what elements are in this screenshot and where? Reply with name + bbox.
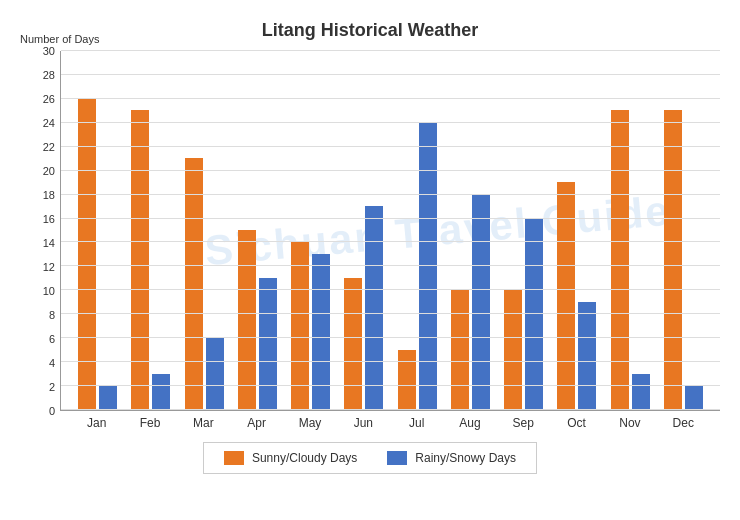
x-label-apr: Apr xyxy=(230,411,283,430)
bar-rainy xyxy=(259,278,277,410)
grid-line xyxy=(61,218,720,219)
month-group xyxy=(337,206,390,410)
grid-line xyxy=(61,289,720,290)
grid-line xyxy=(61,98,720,99)
legend-rainy-label: Rainy/Snowy Days xyxy=(415,451,516,465)
month-group xyxy=(231,230,284,410)
grid-line xyxy=(61,409,720,410)
y-axis: Number of Days 0246810121416182022242628… xyxy=(20,51,60,411)
x-label-aug: Aug xyxy=(443,411,496,430)
y-tick-label: 4 xyxy=(49,357,55,369)
x-label-jul: Jul xyxy=(390,411,443,430)
legend: Sunny/Cloudy Days Rainy/Snowy Days xyxy=(203,442,537,474)
bar-sunny xyxy=(611,110,629,410)
legend-rainy-box xyxy=(387,451,407,465)
bar-rainy xyxy=(472,194,490,410)
bar-sunny xyxy=(131,110,149,410)
x-label-feb: Feb xyxy=(123,411,176,430)
month-group xyxy=(550,182,603,410)
grid-line xyxy=(61,122,720,123)
plot-area: Sichuan Travel Guide xyxy=(60,51,720,411)
y-tick-label: 12 xyxy=(43,261,55,273)
grid-line xyxy=(61,170,720,171)
grid-line xyxy=(61,50,720,51)
bar-rainy xyxy=(206,338,224,410)
chart-container: Litang Historical Weather Number of Days… xyxy=(0,0,740,520)
bar-sunny xyxy=(398,350,416,410)
bar-sunny xyxy=(504,290,522,410)
bar-rainy xyxy=(578,302,596,410)
y-axis-label: Number of Days xyxy=(20,33,99,45)
grid-line xyxy=(61,74,720,75)
bar-sunny xyxy=(185,158,203,410)
month-group xyxy=(604,110,657,410)
y-tick-label: 8 xyxy=(49,309,55,321)
legend-rainy: Rainy/Snowy Days xyxy=(387,451,516,465)
grid-line xyxy=(61,313,720,314)
x-label-jun: Jun xyxy=(337,411,390,430)
bar-sunny xyxy=(344,278,362,410)
bar-rainy xyxy=(685,386,703,410)
bar-rainy xyxy=(99,386,117,410)
bars-wrapper xyxy=(61,51,720,410)
y-ticks: 024681012141618202224262830 xyxy=(20,51,60,411)
month-group xyxy=(444,194,497,410)
month-group xyxy=(178,158,231,410)
y-tick-label: 0 xyxy=(49,405,55,417)
x-label-mar: Mar xyxy=(177,411,230,430)
y-tick-label: 10 xyxy=(43,285,55,297)
x-label-may: May xyxy=(283,411,336,430)
bar-sunny xyxy=(238,230,256,410)
y-tick-label: 2 xyxy=(49,381,55,393)
x-label-nov: Nov xyxy=(603,411,656,430)
x-label-jan: Jan xyxy=(70,411,123,430)
y-tick-label: 26 xyxy=(43,93,55,105)
x-label-oct: Oct xyxy=(550,411,603,430)
bar-rainy xyxy=(365,206,383,410)
bar-rainy xyxy=(632,374,650,410)
y-tick-label: 30 xyxy=(43,45,55,57)
grid-line xyxy=(61,385,720,386)
x-labels: JanFebMarAprMayJunJulAugSepOctNovDec xyxy=(60,411,720,430)
month-group xyxy=(657,110,710,410)
legend-sunny-box xyxy=(224,451,244,465)
y-tick-label: 28 xyxy=(43,69,55,81)
grid-line xyxy=(61,241,720,242)
x-label-dec: Dec xyxy=(657,411,710,430)
chart-area: Number of Days 0246810121416182022242628… xyxy=(20,51,720,411)
y-tick-label: 24 xyxy=(43,117,55,129)
bar-sunny xyxy=(557,182,575,410)
y-tick-label: 20 xyxy=(43,165,55,177)
grid-line xyxy=(61,146,720,147)
bar-rainy xyxy=(312,254,330,410)
bar-rainy xyxy=(152,374,170,410)
y-tick-label: 14 xyxy=(43,237,55,249)
legend-sunny: Sunny/Cloudy Days xyxy=(224,451,357,465)
grid-line xyxy=(61,265,720,266)
grid-line xyxy=(61,337,720,338)
bar-sunny xyxy=(664,110,682,410)
grid-line xyxy=(61,361,720,362)
legend-sunny-label: Sunny/Cloudy Days xyxy=(252,451,357,465)
grid-line xyxy=(61,194,720,195)
y-tick-label: 6 xyxy=(49,333,55,345)
bar-sunny xyxy=(451,290,469,410)
y-tick-label: 22 xyxy=(43,141,55,153)
y-tick-label: 18 xyxy=(43,189,55,201)
chart-title: Litang Historical Weather xyxy=(20,20,720,41)
x-label-sep: Sep xyxy=(497,411,550,430)
month-group xyxy=(124,110,177,410)
y-tick-label: 16 xyxy=(43,213,55,225)
